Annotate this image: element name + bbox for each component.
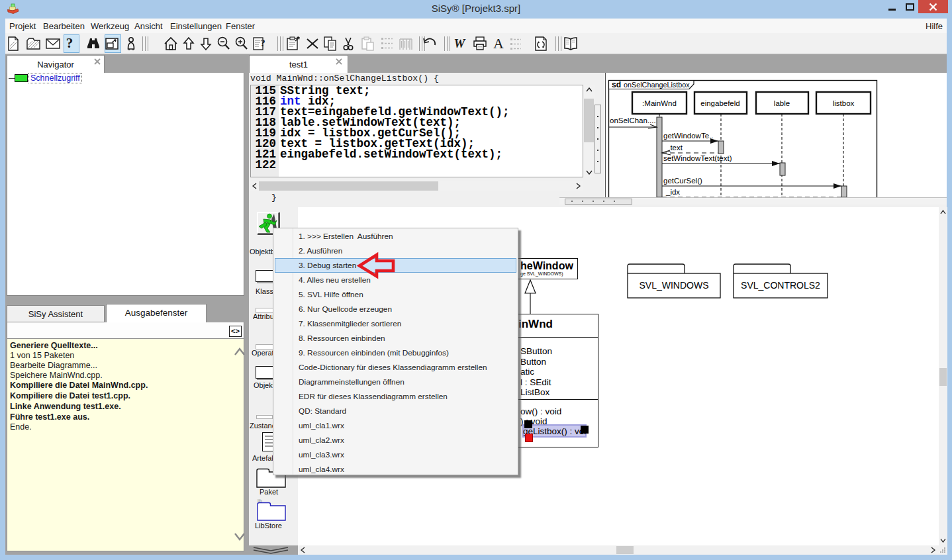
svg-text:getCurSel(): getCurSel() xyxy=(663,177,702,185)
svg-text:eingabefeld: eingabefeld xyxy=(700,99,739,107)
svg-text:W: W xyxy=(454,36,466,50)
svg-text:onSelChan....: onSelChan.... xyxy=(610,117,656,124)
svg-text:setWindowText(text): setWindowText(text) xyxy=(663,154,732,162)
svg-text:A: A xyxy=(493,36,504,52)
svg-text:?: ? xyxy=(260,38,265,48)
svg-text:getWindowTe..: getWindowTe.. xyxy=(663,132,713,140)
svg-text:listbox: listbox xyxy=(833,99,855,107)
svg-text:onSelChangeListbox: onSelChangeListbox xyxy=(624,81,690,89)
svg-text::MainWnd: :MainWnd xyxy=(642,99,677,107)
svg-text:sd: sd xyxy=(612,80,621,89)
svg-text:_text: _text xyxy=(665,144,683,152)
svg-text:SVL_CONTROLS2: SVL_CONTROLS2 xyxy=(741,280,820,291)
svg-text:SVL_WINDOWS: SVL_WINDOWS xyxy=(639,280,708,291)
svg-text:?: ? xyxy=(66,35,73,51)
svg-text:_idx: _idx xyxy=(665,188,680,196)
svg-text:lable: lable xyxy=(774,99,790,107)
